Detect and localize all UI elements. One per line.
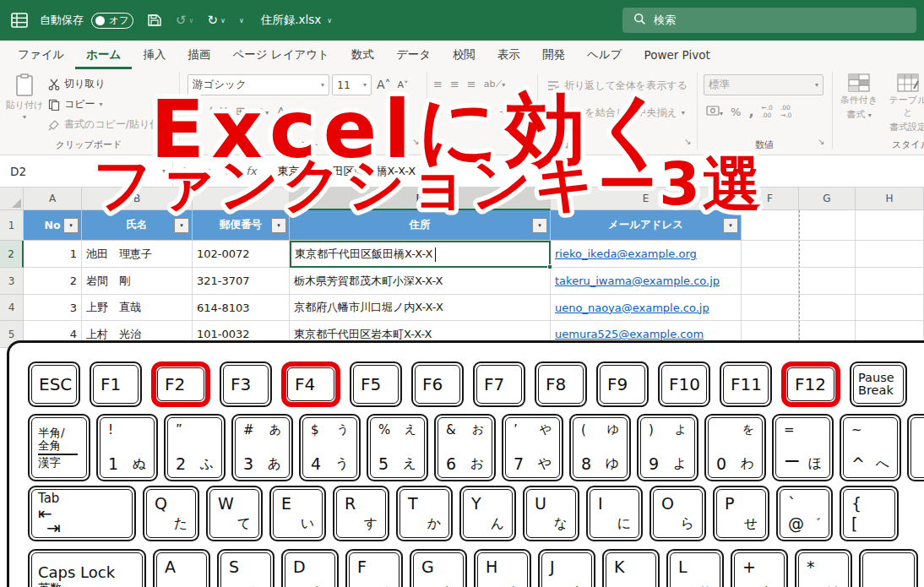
col-header-A[interactable]: A [24, 188, 82, 210]
tab-ヘルプ[interactable]: ヘルプ [576, 41, 633, 69]
col-header-H[interactable]: H [856, 188, 924, 210]
font-size-select[interactable]: 11 ▾ [332, 74, 372, 95]
underline-icon[interactable]: U [220, 105, 228, 117]
cell-H3[interactable] [856, 268, 924, 295]
cancel-icon[interactable]: × [202, 165, 212, 178]
tab-開発[interactable]: 開発 [531, 41, 576, 69]
align-left-icon[interactable]: ≡ [433, 105, 443, 117]
table-header-氏名[interactable]: 氏名▾ [82, 210, 193, 241]
table-header-メールアドレス[interactable]: メールアドレス▾ [551, 210, 742, 241]
row-header-2[interactable]: 2 [0, 241, 24, 268]
bold-icon[interactable]: B [191, 105, 199, 117]
decrease-decimal-icon[interactable]: .00→.0 [780, 105, 791, 119]
filter-button[interactable]: ▾ [63, 218, 79, 233]
confirm-icon[interactable]: ✓ [224, 164, 235, 179]
percent-icon[interactable]: % [731, 106, 741, 118]
tab-校閲[interactable]: 校閲 [442, 41, 486, 69]
formula-input[interactable]: 東京都千代田区飯田橋X-X-X [278, 164, 416, 179]
increase-decimal-icon[interactable]: ←.0.00 [761, 105, 772, 119]
active-cell-D2[interactable]: 東京都千代田区飯田橋X-X-X [290, 241, 551, 268]
copy-button[interactable]: コピー ▾ [48, 97, 103, 111]
tab-ホーム[interactable]: ホーム [75, 41, 132, 69]
align-middle-icon[interactable]: ≡ [450, 78, 459, 90]
align-center-icon[interactable]: ≡ [450, 105, 459, 117]
cell-G1[interactable] [799, 210, 856, 241]
align-top-icon[interactable]: ≡ [433, 78, 443, 90]
cell-H1[interactable] [856, 210, 924, 241]
col-header-D[interactable]: D [290, 188, 551, 210]
cell-A2[interactable]: 1 [24, 241, 82, 268]
conditional-formatting-button[interactable]: 条件付き 書式 ▾ [836, 73, 882, 121]
tab-ファイル[interactable]: ファイル [7, 41, 75, 69]
tab-数式[interactable]: 数式 [340, 41, 385, 69]
filter-button[interactable]: ▾ [723, 218, 738, 233]
name-box[interactable]: D2 ▾ [0, 155, 173, 187]
cell-B3[interactable]: 岩間 剛 [82, 268, 193, 295]
file-name[interactable]: 住所録.xlsx∨ [261, 13, 332, 28]
wrap-text-button[interactable]: 折り返して全体を表示する [547, 79, 688, 93]
font-grow-shrink[interactable]: A˄ A˅ [377, 78, 409, 91]
cell-G2[interactable] [799, 241, 856, 268]
number-launcher-icon[interactable]: ↘ [818, 137, 824, 146]
tab-描画[interactable]: 描画 [177, 41, 221, 69]
cell-B4[interactable]: 上野 直哉 [82, 295, 193, 321]
format-as-table-button[interactable]: テーブルと 書式設定 [885, 73, 924, 133]
filter-button[interactable]: ▾ [532, 218, 547, 233]
filter-button[interactable]: ▾ [271, 218, 286, 233]
cell-F1[interactable] [742, 210, 799, 241]
col-header-B[interactable]: B [82, 188, 193, 210]
cell-C3[interactable]: 321-3707 [193, 268, 290, 295]
tab-表示[interactable]: 表示 [486, 41, 531, 69]
align-bottom-icon[interactable]: ≡ [467, 78, 476, 90]
cell-F2[interactable] [742, 241, 799, 268]
cell-D4[interactable]: 京都府八幡市川口堀ノ内X-X-X [290, 295, 551, 321]
save-icon[interactable] [147, 13, 162, 28]
fill-color-icon[interactable]: ◇▾ [257, 105, 269, 117]
currency-icon[interactable]: ▾ [706, 106, 723, 118]
format-painter-button[interactable]: 書式のコピー/貼り付け [48, 117, 170, 132]
font-color-icon[interactable]: A▾ [277, 105, 288, 117]
redo-icon[interactable]: ↻∨ [207, 13, 225, 28]
cell-G3[interactable] [799, 268, 856, 295]
increase-indent-icon[interactable]: ⇥ [500, 106, 508, 117]
cell-E3[interactable]: takeru_iwama@example.co.jp [551, 268, 742, 295]
row-header-3[interactable]: 3 [0, 268, 24, 295]
cell-B2[interactable]: 池田 理恵子 [82, 241, 193, 268]
table-header-郵便番号[interactable]: 郵便番号▾ [193, 210, 290, 241]
col-header-G[interactable]: G [799, 188, 856, 210]
filter-button[interactable]: ▾ [174, 218, 189, 233]
cell-G4[interactable] [799, 295, 856, 321]
font-name-select[interactable]: 游ゴシック ▾ [188, 74, 329, 95]
customize-toolbar-icon[interactable]: ∨ [239, 17, 244, 24]
alignment-launcher-icon[interactable]: ↘ [684, 137, 691, 146]
comma-icon[interactable]: , [748, 104, 753, 120]
font-launcher-icon[interactable]: ↘ [412, 137, 419, 146]
decrease-indent-icon[interactable]: ⇤ [484, 106, 492, 117]
cell-F4[interactable] [742, 295, 799, 321]
tab-ページ レイアウト[interactable]: ページ レイアウト [221, 41, 340, 69]
cell-H2[interactable] [856, 241, 924, 268]
increase-font-icon[interactable]: A˄ [377, 78, 391, 91]
col-header-C[interactable]: C [193, 188, 290, 210]
clipboard-launcher-icon[interactable]: ↘ [166, 137, 172, 146]
autosave-toggle[interactable]: オフ [91, 13, 133, 29]
merge-center-button[interactable]: セルを結合して中央揃え ▾ [547, 106, 685, 120]
cell-A3[interactable]: 2 [24, 268, 82, 295]
select-all-corner[interactable] [0, 188, 24, 210]
excel-icon[interactable] [11, 12, 28, 29]
tab-挿入[interactable]: 挿入 [132, 41, 177, 69]
col-header-F[interactable]: F [742, 188, 799, 210]
search-input[interactable]: 検索 [622, 8, 916, 33]
row-header-4[interactable]: 4 [0, 295, 24, 321]
table-header-住所[interactable]: 住所▾ [290, 210, 551, 241]
cell-C4[interactable]: 614-8103 [193, 295, 290, 321]
tab-データ[interactable]: データ [385, 41, 442, 69]
cell-A4[interactable]: 3 [24, 295, 82, 321]
cell-C2[interactable]: 102-0072 [193, 241, 290, 268]
decrease-font-icon[interactable]: A˅ [398, 79, 409, 90]
cell-E4[interactable]: ueno_naoya@example.co.jp [551, 295, 742, 321]
cell-F3[interactable] [742, 268, 799, 295]
table-header-No[interactable]: No▾ [24, 210, 82, 241]
cut-button[interactable]: 切り取り [48, 77, 106, 91]
tab-Power Pivot[interactable]: Power Pivot [633, 41, 721, 69]
